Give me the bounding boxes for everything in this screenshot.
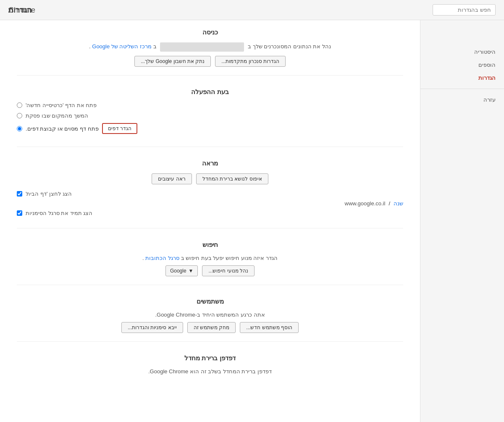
set-pages-button[interactable]: הגדר דפים [102,123,137,134]
show-home-checkbox[interactable] [17,191,22,197]
home-url-text: www.google.co.il [345,200,386,207]
startup-section: בעת ההפעלה פתח את הדף 'כרטיסייה חדשה' המ… [17,88,403,147]
startup-option-continue: המשך מהמקום שבו פסקת [17,113,403,119]
users-description: אתה כרגע המשתמש היחיד ב-Google Chrome. [17,312,403,318]
delete-user-button[interactable]: מחק משתמש זה [187,322,236,333]
signin-section: כניסה נהל את הנתונים המסונכרנים שלך ב ב … [17,29,403,76]
chevron-down-icon: ▼ [189,268,194,274]
address-bar-link[interactable]: סרגל הכתובות [145,255,179,261]
startup-title: בעת ההפעלה [17,88,403,96]
default-browser-description: דפדפן ברירת המחדל בשלב זה הוא Google Chr… [17,368,403,375]
search-section: חיפוש הגדר איזה מנוע חיפוש יפעל בעת חיפו… [17,241,403,285]
content-area: היסטוריה הוספים הגדרות עזרה כניסה נהל את… [0,20,504,422]
sidebar-divider [420,89,504,89]
startup-radio-new-tab[interactable] [17,102,22,108]
home-url-separator: / [388,200,390,207]
show-home-row: הצג לחצן 'דף הבית' [17,191,403,197]
sidebar: היסטוריה הוספים הגדרות עזרה [420,20,504,422]
startup-option-open-pages: הגדר דפים פתח דף מסוים או קבוצת דפים. [17,123,403,134]
sidebar-item-history[interactable]: היסטוריה [420,45,504,58]
appearance-buttons: איפוס לנושא ברירת המחדל ראה עיצובים [17,173,403,184]
signin-title: כניסה [17,29,403,36]
search-title: חיפוש [17,241,403,249]
manage-search-engines-button[interactable]: נהל מנועי חיפוש... [202,265,255,276]
change-home-url-link[interactable]: שנה [394,200,403,207]
user-bar [160,42,244,52]
reset-theme-button[interactable]: איפוס לנושא ברירת המחדל [196,173,268,184]
sidebar-item-extensions[interactable]: הוספים [420,58,504,71]
users-section: משתמשים אתה כרגע המשתמש היחיד ב-Google C… [17,298,403,342]
search-engine-label: Google [170,268,186,274]
default-browser-title: דפדפן ברירת מחדל [17,354,403,362]
users-title: משתמשים [17,298,403,305]
default-browser-section: דפדפן ברירת מחדל דפדפן ברירת המחדל בשלב … [17,354,403,383]
appearance-title: מראה [17,160,403,167]
google-control-link[interactable]: מרכז השליטה של Google [92,43,152,50]
sidebar-item-settings[interactable]: הגדרות [420,71,504,84]
startup-option-new-tab: פתח את הדף 'כרטיסייה חדשה' [17,102,403,108]
startup-radio-open-pages[interactable] [17,126,22,131]
show-bookmarks-checkbox[interactable] [17,210,22,216]
advanced-sync-button[interactable]: הגדרות סנכרון מתקדמות... [215,56,286,67]
search-description: הגדר איזה מנוע חיפוש יפעל בעת חיפוש ב סר… [17,255,403,261]
top-bar: הגדרות Chrome [0,0,504,20]
main-content: כניסה נהל את הנתונים המסונכרנים שלך ב ב … [0,20,420,422]
signin-buttons: הגדרות סנכרון מתקדמות... נתק את חשבון Go… [17,56,403,67]
home-url-row: www.google.co.il / שנה [17,200,403,207]
sidebar-item-help[interactable]: עזרה [420,93,504,106]
show-bookmarks-row: הצג תמיד את סרגל הסימניות [17,210,403,216]
app-container: הגדרות Chrome היסטוריה הוספים הגדרות עזר… [0,0,504,422]
users-buttons: הוסף משתמש חדש... מחק משתמש זה ייבא סימנ… [17,322,403,333]
search-engine-row: נהל מנועי חיפוש... ▼ Google [17,265,403,276]
chrome-label: Chrome [8,5,35,14]
appearance-section: מראה איפוס לנושא ברירת המחדל ראה עיצובים… [17,160,403,228]
startup-radio-continue[interactable] [17,113,22,118]
disconnect-google-button[interactable]: נתק את חשבון Google שלך... [134,56,211,67]
import-bookmarks-button[interactable]: ייבא סימניות והגדרות... [121,322,183,333]
see-themes-button[interactable]: ראה עיצובים [152,173,192,184]
signin-description: נהל את הנתונים המסונכרנים שלך ב ב מרכז ה… [17,42,403,52]
search-engine-dropdown[interactable]: ▼ Google [165,265,198,276]
search-input[interactable] [433,4,496,16]
add-user-button[interactable]: הוסף משתמש חדש... [240,322,299,333]
